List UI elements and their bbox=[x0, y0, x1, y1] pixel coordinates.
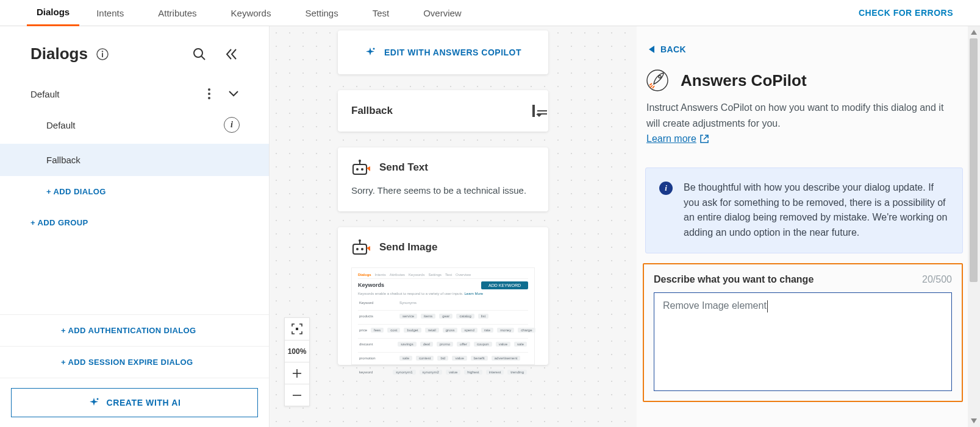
svg-line-26 bbox=[704, 135, 708, 139]
chat-icon bbox=[532, 106, 535, 116]
svg-point-7 bbox=[208, 97, 210, 99]
create-with-ai-label: CREATE WITH AI bbox=[107, 398, 181, 408]
svg-point-8 bbox=[96, 398, 98, 400]
info-icon[interactable]: i bbox=[224, 117, 240, 133]
check-for-errors-link[interactable]: CHECK FOR ERRORS bbox=[859, 8, 953, 18]
svg-rect-2 bbox=[102, 53, 103, 57]
image-preview: Dialogs Intents Attributes Keywords Sett… bbox=[351, 267, 535, 365]
fallback-title: Fallback bbox=[351, 105, 532, 117]
tab-settings[interactable]: Settings bbox=[288, 0, 355, 26]
back-link[interactable]: BACK bbox=[645, 26, 963, 69]
rocket-icon bbox=[646, 69, 668, 91]
edit-copilot-label: EDIT WITH ANSWERS COPILOT bbox=[384, 48, 521, 57]
top-nav: Dialogs Intents Attributes Keywords Sett… bbox=[0, 0, 980, 26]
tab-keywords[interactable]: Keywords bbox=[214, 0, 288, 26]
info-callout: i Be thoughtful with how you describe yo… bbox=[645, 168, 963, 253]
char-counter: 20/500 bbox=[922, 274, 952, 285]
bot-send-icon bbox=[351, 160, 371, 175]
dialog-item-label: Default bbox=[46, 120, 76, 130]
zoom-controls: 100% bbox=[284, 317, 310, 406]
create-with-ai-button[interactable]: CREATE WITH AI bbox=[11, 388, 258, 417]
svg-point-17 bbox=[361, 248, 363, 250]
zoom-in-button[interactable] bbox=[285, 362, 309, 384]
svg-point-6 bbox=[208, 93, 210, 95]
sidebar-title: Dialogs bbox=[30, 44, 88, 63]
info-icon[interactable] bbox=[94, 46, 111, 63]
add-auth-dialog-link[interactable]: + ADD AUTHENTICATION DIALOG bbox=[0, 315, 269, 347]
svg-line-4 bbox=[202, 56, 206, 60]
scroll-up-arrow[interactable] bbox=[968, 26, 980, 38]
sparkle-icon bbox=[88, 397, 99, 408]
info-text: Be thoughtful with how you describe your… bbox=[684, 180, 949, 241]
add-dialog-link[interactable]: + ADD DIALOG bbox=[0, 176, 269, 207]
back-label: BACK bbox=[660, 44, 686, 54]
tab-overview[interactable]: Overview bbox=[406, 0, 479, 26]
svg-point-12 bbox=[361, 168, 363, 171]
group-label: Default bbox=[30, 89, 60, 99]
copilot-panel: BACK Answers CoPilot Instruct Answers Co… bbox=[637, 26, 980, 427]
svg-point-9 bbox=[373, 48, 374, 50]
send-image-node[interactable]: Send Image Dialogs Intents Attributes Ke… bbox=[338, 227, 548, 365]
add-group-link[interactable]: + ADD GROUP bbox=[0, 207, 269, 238]
fallback-node[interactable]: Fallback bbox=[338, 90, 548, 132]
sidebar: Dialogs Default Default bbox=[0, 26, 270, 427]
dialog-canvas[interactable]: EDIT WITH ANSWERS COPILOT Fallback Send … bbox=[270, 26, 637, 427]
bot-send-icon bbox=[351, 239, 371, 255]
svg-point-14 bbox=[359, 160, 361, 162]
dialog-item-fallback[interactable]: Fallback bbox=[0, 144, 269, 176]
dialog-item-label: Fallback bbox=[46, 155, 80, 165]
info-icon: i bbox=[659, 182, 673, 195]
describe-change-box: Describe what you want to change 20/500 … bbox=[643, 263, 963, 402]
scrollbar-thumb[interactable] bbox=[970, 38, 978, 282]
sparkle-icon bbox=[365, 47, 376, 58]
external-link-icon bbox=[700, 135, 709, 143]
dialog-item-default[interactable]: Default i bbox=[0, 106, 269, 144]
svg-point-5 bbox=[208, 88, 210, 91]
zoom-level: 100% bbox=[285, 340, 309, 362]
send-image-title: Send Image bbox=[379, 241, 437, 253]
search-icon[interactable] bbox=[191, 46, 208, 63]
svg-point-19 bbox=[359, 239, 361, 242]
describe-label: Describe what you want to change bbox=[654, 274, 814, 285]
chevron-down-icon[interactable] bbox=[227, 88, 240, 100]
edit-with-copilot-button[interactable]: EDIT WITH ANSWERS COPILOT bbox=[338, 30, 548, 74]
svg-rect-20 bbox=[296, 328, 298, 330]
svg-rect-15 bbox=[353, 244, 367, 254]
caret-left-icon bbox=[649, 46, 654, 53]
svg-point-16 bbox=[356, 248, 359, 250]
panel-description: Instruct Answers CoPilot on how you want… bbox=[645, 91, 963, 147]
send-text-title: Send Text bbox=[379, 161, 428, 174]
svg-point-3 bbox=[194, 49, 202, 57]
tab-attributes[interactable]: Attributes bbox=[141, 0, 213, 26]
svg-point-1 bbox=[102, 51, 103, 52]
textarea-value: Remove Image element bbox=[663, 300, 767, 311]
svg-point-25 bbox=[659, 76, 661, 78]
dialog-group-default[interactable]: Default bbox=[0, 82, 269, 106]
tab-dialogs[interactable]: Dialogs bbox=[27, 0, 79, 26]
svg-rect-10 bbox=[353, 164, 367, 174]
scroll-down-arrow[interactable] bbox=[968, 415, 980, 427]
svg-point-11 bbox=[356, 168, 359, 171]
fit-screen-button[interactable] bbox=[285, 318, 309, 340]
collapse-icon[interactable] bbox=[223, 46, 240, 63]
zoom-out-button[interactable] bbox=[285, 384, 309, 406]
more-icon[interactable] bbox=[203, 88, 215, 100]
send-text-body: Sorry. There seems to be a technical iss… bbox=[338, 184, 548, 211]
scrollbar[interactable] bbox=[968, 26, 980, 427]
tab-test[interactable]: Test bbox=[356, 0, 407, 26]
panel-title: Answers CoPilot bbox=[681, 71, 807, 90]
send-text-node[interactable]: Send Text Sorry. There seems to be a tec… bbox=[338, 147, 548, 211]
add-session-expire-link[interactable]: + ADD SESSION EXPIRE DIALOG bbox=[0, 347, 269, 378]
learn-more-link[interactable]: Learn more bbox=[646, 131, 709, 147]
describe-textarea[interactable]: Remove Image element bbox=[654, 292, 952, 391]
tab-intents[interactable]: Intents bbox=[79, 0, 141, 26]
